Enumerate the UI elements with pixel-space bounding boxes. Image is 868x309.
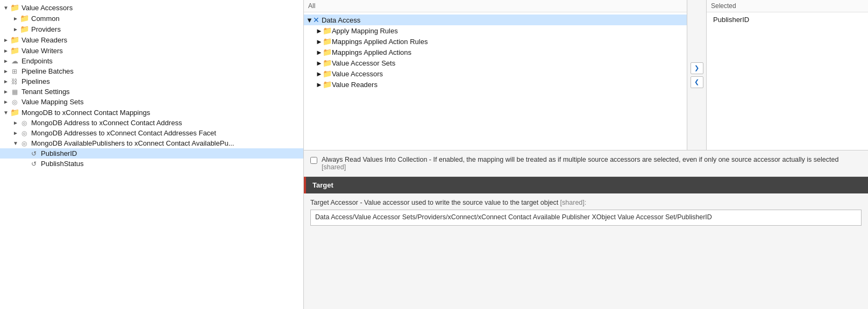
mid-buttons: ❯ ❮ (687, 0, 707, 150)
tree-item-value-readers[interactable]: ► 📁 Value Readers (0, 34, 303, 45)
tree-item-mongodb-xconnect[interactable]: ▼ 📁 MongoDB to xConnect Contact Mappings (0, 107, 303, 118)
left-tree-panel: ▼ 📁 Value Accessors ► 📁 Common ► 📁 Provi… (0, 0, 304, 309)
label-mongodb-addresses-facet: MongoDB Addresses to xConnect Contact Ad… (31, 129, 216, 137)
arrow-endpoints: ► (2, 58, 10, 64)
target-body: Target Accessor - Value accessor used to… (304, 193, 868, 309)
folder-icon-providers: 📁 (19, 25, 29, 33)
tree-item-value-accessors[interactable]: ▼ 📁 Value Accessors (0, 2, 303, 13)
tree-item-publish-status[interactable]: ↺ PublishStatus (0, 159, 303, 169)
selected-panel: Selected PublisherID (707, 0, 868, 150)
selected-item-publisher-id[interactable]: PublisherID (711, 15, 864, 25)
selected-panel-title: Selected (711, 2, 736, 10)
all-panel-tree[interactable]: ▼ ✕ Data Access ► 📁 Apply Mapping Rules … (304, 12, 687, 150)
arrow-mongodb-addresses-facet: ► (12, 130, 19, 136)
tree-item-mongodb-address[interactable]: ► ◎ MongoDB Address to xConnect Contact … (0, 118, 303, 128)
right-panel: All ▼ ✕ Data Access ► 📁 Apply Mapping Ru… (304, 0, 868, 309)
label-providers: Providers (31, 25, 61, 33)
label-common: Common (31, 15, 60, 23)
all-tree-item-data-access[interactable]: ▼ ✕ Data Access (304, 15, 687, 25)
target-accessor-label: Target Accessor - Value accessor used to… (310, 199, 862, 206)
arrow-mongodb-xconnect: ▼ (2, 110, 10, 116)
folder-icon-value-accessors: 📁 (10, 3, 19, 12)
arrow-apply-mapping-rules: ► (316, 27, 323, 35)
target-section: Target Target Accessor - Value accessor … (304, 177, 868, 309)
tree-item-mongodb-available-publishers[interactable]: ▼ ◎ MongoDB AvailablePublishers to xConn… (0, 138, 303, 148)
all-tree-item-mappings-applied-action-rules[interactable]: ► 📁 Mappings Applied Action Rules (304, 36, 687, 47)
label-pipelines: Pipelines (22, 77, 50, 85)
add-to-selected-button[interactable]: ❯ (691, 62, 703, 74)
ring-icon-mongodb-available-publishers: ◎ (19, 140, 29, 147)
label-tenant-settings: Tenant Settings (22, 88, 70, 96)
ring-icon-mongodb-addresses-facet: ◎ (19, 130, 29, 137)
arrow-mongodb-available-publishers: ▼ (12, 140, 19, 146)
label-value-mapping-sets: Value Mapping Sets (22, 98, 83, 106)
folder-icon-value-accessor-sets: 📁 (323, 59, 332, 67)
folder-icon-common: 📁 (19, 14, 29, 23)
tree-item-pipelines[interactable]: ► ⛓ Pipelines (0, 76, 303, 87)
checkbox-label: Always Read Values Into Collection - If … (322, 156, 862, 171)
arrow-all-value-accessors: ► (316, 70, 323, 78)
always-read-values-checkbox[interactable] (310, 157, 317, 164)
target-accessor-value[interactable]: Data Access/Value Accessor Sets/Provider… (310, 210, 862, 226)
arrow-all-value-readers: ► (316, 81, 323, 89)
tree-item-pipeline-batches[interactable]: ► ⊞ Pipeline Batches (0, 66, 303, 76)
target-header: Target (304, 177, 868, 193)
checkbox-label-text: Always Read Values Into Collection - If … (322, 156, 838, 163)
folder-icon-mappings-applied-action-rules: 📁 (323, 37, 332, 46)
label-mappings-applied-action-rules: Mappings Applied Action Rules (332, 38, 428, 46)
folder-icon-mongodb-xconnect: 📁 (10, 108, 19, 117)
label-value-accessor-sets: Value Accessor Sets (332, 59, 395, 67)
label-endpoints: Endpoints (22, 57, 53, 65)
label-publish-status: PublishStatus (41, 160, 84, 168)
field-icon-publish-status: ↺ (29, 160, 39, 168)
link-icon-pipelines: ⛓ (10, 78, 19, 85)
arrow-pipeline-batches: ► (2, 68, 10, 74)
folder-icon-all-value-readers: 📁 (323, 80, 332, 89)
tree-item-mongodb-addresses-facet[interactable]: ► ◎ MongoDB Addresses to xConnect Contac… (0, 128, 303, 138)
label-mongodb-address: MongoDB Address to xConnect Contact Addr… (31, 119, 182, 127)
tree-item-endpoints[interactable]: ► ☁ Endpoints (0, 56, 303, 66)
tree-item-common[interactable]: ► 📁 Common (0, 13, 303, 24)
tree-item-value-writers[interactable]: ► 📁 Value Writers (0, 45, 303, 56)
arrow-value-readers: ► (2, 37, 10, 43)
folder-icon-all-value-accessors: 📁 (323, 69, 332, 78)
arrow-tenant-settings: ► (2, 89, 10, 95)
all-tree-item-all-value-accessors[interactable]: ► 📁 Value Accessors (304, 68, 687, 79)
grid-icon-pipeline-batches: ⊞ (10, 68, 19, 75)
data-access-icon: ✕ (313, 16, 319, 24)
arrow-common: ► (12, 16, 19, 21)
arrow-value-accessor-sets: ► (316, 59, 323, 67)
checkbox-row: Always Read Values Into Collection - If … (304, 150, 868, 177)
all-tree-item-value-accessor-sets[interactable]: ► 📁 Value Accessor Sets (304, 58, 687, 68)
label-all-value-accessors: Value Accessors (332, 70, 383, 78)
tree-item-tenant-settings[interactable]: ► ▦ Tenant Settings (0, 87, 303, 97)
folder-icon-value-readers: 📁 (10, 35, 19, 44)
all-tree-item-all-value-readers[interactable]: ► 📁 Value Readers (304, 79, 687, 90)
label-publisher-id: PublisherID (41, 149, 77, 157)
remove-from-selected-button[interactable]: ❮ (691, 76, 703, 88)
label-data-access: Data Access (322, 16, 360, 24)
tree-item-providers[interactable]: ► 📁 Providers (0, 24, 303, 34)
top-section: All ▼ ✕ Data Access ► 📁 Apply Mapping Ru… (304, 0, 868, 150)
label-apply-mapping-rules: Apply Mapping Rules (332, 27, 398, 35)
all-tree-item-mappings-applied-actions[interactable]: ► 📁 Mappings Applied Actions (304, 47, 687, 58)
arrow-pipelines: ► (2, 78, 10, 84)
tree-item-value-mapping-sets[interactable]: ► ◎ Value Mapping Sets (0, 97, 303, 107)
selected-panel-list[interactable]: PublisherID (707, 12, 868, 150)
ring-icon-mongodb-address: ◎ (19, 119, 29, 127)
table-icon-tenant-settings: ▦ (10, 88, 19, 96)
arrow-mappings-applied-action-rules: ► (316, 38, 323, 46)
cloud-icon-endpoints: ☁ (10, 57, 19, 65)
all-tree-item-apply-mapping-rules[interactable]: ► 📁 Apply Mapping Rules (304, 25, 687, 36)
folder-icon-apply-mapping-rules: 📁 (323, 26, 332, 35)
checkbox-shared-text: [shared] (322, 163, 346, 171)
folder-icon-mappings-applied-actions: 📁 (323, 48, 332, 56)
tree-item-publisher-id[interactable]: ↺ PublisherID (0, 148, 303, 159)
field-icon-publisher-id: ↺ (29, 150, 39, 157)
folder-icon-value-writers: 📁 (10, 46, 19, 55)
label-pipeline-batches: Pipeline Batches (22, 67, 74, 75)
arrow-value-mapping-sets: ► (2, 99, 10, 105)
label-value-writers: Value Writers (22, 47, 63, 55)
selected-item-label: PublisherID (713, 16, 749, 24)
target-header-label: Target (312, 181, 333, 189)
